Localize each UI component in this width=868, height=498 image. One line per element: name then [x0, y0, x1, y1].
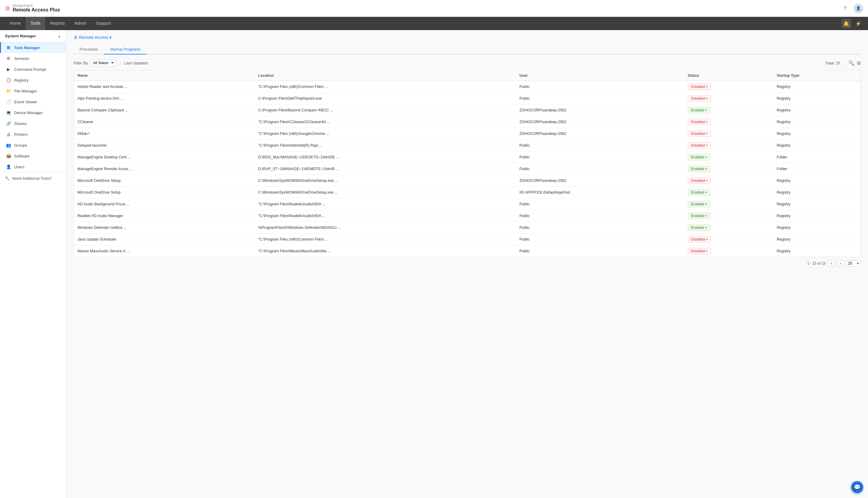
nav-links: Home Tools Reports Admin Support	[5, 17, 116, 30]
sidebar-item-registry[interactable]: 📋 Registry	[0, 75, 66, 86]
sidebar-item-task-manager[interactable]: ⊞ Task Manager	[0, 42, 66, 53]
prev-page-btn[interactable]: ‹	[828, 260, 834, 267]
cell-user-9: IIS APPPOOL\DefaultAppPool	[516, 187, 684, 198]
cell-location-0: "C:\Program Files (x86)\Common Files\ ..…	[255, 81, 516, 93]
filter-select[interactable]: All Status Enabled Disabled	[90, 59, 116, 67]
status-badge-9[interactable]: Enabled ▾	[688, 189, 710, 196]
sidebar-label-registry: Registry	[14, 78, 29, 82]
search-icon[interactable]: 🔍	[848, 60, 854, 66]
page-size-select[interactable]: 10 25 50 100	[846, 260, 861, 266]
status-dropdown-arrow-0: ▾	[706, 85, 708, 88]
nav-tools[interactable]: Tools	[26, 17, 45, 30]
sidebar-label-device-manager: Device Manager	[14, 110, 43, 115]
cell-user-14: Public	[516, 245, 684, 257]
sidebar-label-services: Services	[14, 56, 29, 61]
table-row: ManageEngine Remote Acces ... D:\RAP_ST~…	[74, 163, 861, 175]
event-viewer-icon: 📄	[6, 99, 11, 104]
sidebar-label-printers: Printers	[14, 132, 28, 137]
cell-user-13: Public	[516, 234, 684, 245]
status-dropdown-arrow-14: ▾	[706, 250, 708, 253]
pagination-range: 1 - 15 of 15	[807, 261, 826, 265]
cell-user-1: Public	[516, 93, 684, 104]
status-dropdown-arrow-11: ▾	[705, 214, 707, 218]
table-row: Microsoft OneDrive Setup C:\Windows\SysW…	[74, 187, 861, 198]
users-icon: 👤	[6, 165, 11, 169]
col-status: Status	[684, 70, 773, 81]
tab-processes[interactable]: Processes	[74, 44, 104, 54]
services-icon: ⚙	[6, 56, 11, 61]
tab-startup-programs[interactable]: Startup Programs	[104, 44, 147, 54]
sidebar-section-title: System Manager	[5, 34, 36, 38]
status-badge-2[interactable]: Enabled ▾	[688, 107, 710, 114]
status-badge-14[interactable]: Disabled ▾	[688, 248, 711, 254]
need-additional-tools[interactable]: 🔧 Need Additional Tools?	[0, 172, 66, 184]
sidebar-label-groups: Groups	[14, 143, 27, 147]
status-badge-4[interactable]: Disabled ▾	[688, 130, 711, 137]
cell-name-13: Java Update Scheduler	[74, 234, 255, 245]
registry-icon: 📋	[6, 78, 11, 82]
status-badge-7[interactable]: Enabled ▾	[688, 166, 710, 172]
status-dropdown-arrow-10: ▾	[705, 202, 707, 206]
sidebar-item-command-prompt[interactable]: ▶ Command Prompt	[0, 64, 66, 75]
nav-support[interactable]: Support	[91, 17, 116, 30]
sidebar-item-shares[interactable]: 🔗 Shares	[0, 118, 66, 129]
nav-flash-btn[interactable]: ⚡	[854, 19, 863, 28]
table-row: CCleaner "C:\Program Files\CCleaner\CCle…	[74, 116, 861, 128]
sidebar-item-printers[interactable]: 🖨 Printers	[0, 129, 66, 140]
sidebar-item-event-viewer[interactable]: 📄 Event Viewer	[0, 96, 66, 107]
sidebar: System Manager ▲ ⊞ Task Manager ⚙ Servic…	[0, 30, 66, 498]
sidebar-item-device-manager[interactable]: 💻 Device Manager	[0, 107, 66, 118]
status-badge-1[interactable]: Disabled ▾	[688, 95, 711, 102]
cell-location-5: "C:\Program Files\Intel\Intel(R) Rapi ..…	[255, 140, 516, 152]
nav-admin[interactable]: Admin	[69, 17, 91, 30]
sidebar-label-software: Software	[14, 154, 29, 158]
status-badge-3[interactable]: Disabled ▾	[688, 119, 711, 125]
sidebar-item-users[interactable]: 👤 Users	[0, 161, 66, 172]
table-row: Waves MaxxAudio Service A ... "C:\Progra…	[74, 245, 861, 257]
cell-startup-type-11: Registry	[773, 210, 860, 222]
sidebar-toggle[interactable]: ▲	[58, 34, 61, 38]
table-row: Windows Defender notifica ... %ProgramFi…	[74, 222, 861, 234]
cell-user-12: Public	[516, 222, 684, 234]
status-badge-5[interactable]: Disabled ▾	[688, 142, 711, 149]
status-dropdown-arrow-12: ▾	[705, 226, 707, 229]
cell-location-3: "C:\Program Files\CCleaner\CCleaner64 ..…	[255, 116, 516, 128]
cell-status-1: Disabled ▾	[684, 93, 773, 104]
status-badge-6[interactable]: Enabled ▾	[688, 154, 710, 160]
remote-access-icon: 🖥	[74, 35, 78, 40]
sidebar-item-software[interactable]: 📦 Software	[0, 150, 66, 161]
sidebar-item-services[interactable]: ⚙ Services	[0, 53, 66, 64]
status-badge-11[interactable]: Enabled ▾	[688, 212, 710, 219]
total-label: Total: 15	[825, 61, 840, 65]
toolbar-right: Total: 15 | 🔍 ⊞	[825, 60, 861, 66]
help-button[interactable]: ?	[840, 4, 850, 13]
main-layout: System Manager ▲ ⊞ Task Manager ⚙ Servic…	[0, 30, 868, 498]
cell-name-4: €€€æ›¹	[74, 128, 255, 140]
sidebar-label-file-manager: File Manager	[14, 89, 37, 93]
breadcrumb-remote-access[interactable]: 🖥 Remote Access ▾	[74, 35, 112, 40]
cell-location-11: "C:\Program Files\Realtek\Audio\HDA ...	[255, 210, 516, 222]
logo-area: ⚙ ManageEngine Remote Access Plus	[5, 4, 60, 13]
cell-location-7: D:\RAP_ST~1\MANAGE~1\REMOTE~1\bin\R ...	[255, 163, 516, 175]
nav-home[interactable]: Home	[5, 17, 26, 30]
status-badge-0[interactable]: Disabled ▾	[688, 83, 711, 90]
nav-bar: Home Tools Reports Admin Support 🔔 ⚡	[0, 17, 868, 30]
nav-reports[interactable]: Reports	[45, 17, 69, 30]
header-icons: ? 👤	[840, 4, 863, 13]
status-badge-13[interactable]: Disabled ▾	[688, 236, 711, 243]
grid-view-icon[interactable]: ⊞	[857, 60, 861, 66]
cell-name-5: Delayed launcher	[74, 140, 255, 152]
sidebar-label-task-manager: Task Manager	[14, 45, 40, 50]
nav-notification-btn[interactable]: 🔔	[842, 19, 851, 28]
chat-bubble[interactable]: 💬	[851, 481, 863, 493]
status-badge-8[interactable]: Disabled ▾	[688, 177, 711, 184]
status-dropdown-arrow-8: ▾	[706, 179, 708, 182]
status-badge-10[interactable]: Enabled ▾	[688, 201, 710, 208]
sidebar-item-groups[interactable]: 👥 Groups	[0, 140, 66, 150]
next-page-btn[interactable]: ›	[837, 260, 844, 267]
status-dropdown-arrow-4: ▾	[706, 132, 708, 135]
sidebar-item-file-manager[interactable]: 📁 File Manager	[0, 86, 66, 96]
status-badge-12[interactable]: Enabled ▾	[688, 224, 710, 231]
table-row: Delayed launcher "C:\Program Files\Intel…	[74, 140, 861, 152]
user-avatar[interactable]: 👤	[854, 4, 863, 13]
